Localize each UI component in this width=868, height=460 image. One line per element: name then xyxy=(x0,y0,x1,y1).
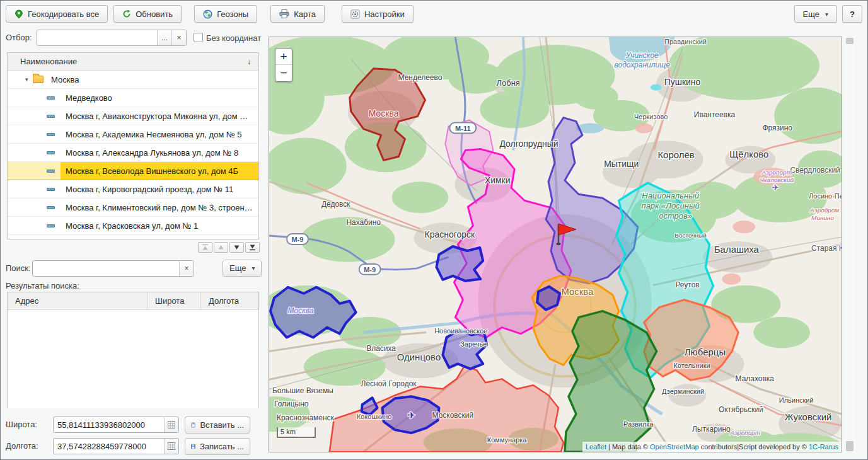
map-place-label: Октябрьский xyxy=(719,405,763,414)
map-print-button[interactable]: Карта xyxy=(270,5,325,23)
map-place-label: ✈ xyxy=(772,183,779,192)
geozone-blue-arkhangelskoye[interactable] xyxy=(436,246,483,281)
map[interactable]: М-11М-9М-9 ПравдинскийМенделеевоЛобняПуш… xyxy=(269,37,842,452)
results-body[interactable] xyxy=(8,310,258,408)
geocoding-window: { "toolbar":{ "geocode_all":"Геокодирова… xyxy=(0,0,868,460)
map-vertical-scrollbar[interactable] xyxy=(845,37,855,452)
chevron-down-icon: ▾ xyxy=(252,265,255,272)
address-item-icon xyxy=(47,224,55,227)
address-tree: Наименование ↓ ▾ Москва МедведковоМосква… xyxy=(7,52,259,239)
address-item-label: Москва г, Всеволода Вишневского ул, дом … xyxy=(66,166,243,176)
map-place-label: Лобня xyxy=(497,78,520,88)
address-item-label: Москва г, Кировоградский проезд, дом № 1… xyxy=(66,185,238,194)
filter-clear-button[interactable]: × xyxy=(171,30,186,45)
geozone-blue-center[interactable] xyxy=(537,287,560,310)
map-place-label: Учинское xyxy=(625,51,659,60)
map-place-label: Краснознаменск xyxy=(277,413,335,422)
geozone-south-green[interactable] xyxy=(565,311,657,452)
map-place-label: Новоивановское xyxy=(434,327,487,335)
calculator-icon xyxy=(168,442,175,450)
address-tree-row[interactable]: Москва г, Климентовский пер, дом № 3, ст… xyxy=(8,198,258,217)
address-tree-row[interactable]: Москва г, Авиаконструктора Микояна ул, д… xyxy=(8,107,258,125)
geocode-all-button[interactable]: Геокодировать все xyxy=(6,5,108,23)
map-place-label: Котельники xyxy=(673,362,710,369)
save-icon xyxy=(191,442,195,451)
map-place-label: Правдинский xyxy=(664,38,707,45)
map-place-label: Национальный xyxy=(642,191,699,200)
save-coordinates-button[interactable]: Записать ... xyxy=(185,438,250,455)
geozone-blue-zarechye[interactable] xyxy=(443,330,487,369)
map-place-label: Щёлково xyxy=(729,149,768,159)
address-item-label: Медведково xyxy=(66,93,117,103)
search-results-label: Результаты поиска: xyxy=(6,281,79,290)
address-tree-row[interactable]: Москва г, Кировоградский проезд, дом № 1… xyxy=(8,180,258,198)
longitude-label: Долгота: xyxy=(6,441,38,451)
tree-header-name-column[interactable]: Наименование ↓ xyxy=(8,53,258,71)
address-item-icon xyxy=(47,133,55,136)
map-place-label: Аэродром xyxy=(809,207,839,214)
search-clear-button[interactable]: × xyxy=(179,261,194,276)
map-place-label: парк «Лосиный xyxy=(642,201,700,210)
map-place-label: Дзержинский xyxy=(662,388,704,395)
zoom-in-button[interactable]: + xyxy=(275,49,292,65)
zoom-out-button[interactable]: − xyxy=(275,65,292,81)
results-column-1[interactable]: Адрес xyxy=(8,292,148,309)
map-place-label: Ивантеевка xyxy=(694,110,736,119)
address-item-label: Москва г, Александра Лукьянова ул, дом №… xyxy=(66,148,243,158)
map-scale-bar: 5 km xyxy=(277,427,316,438)
map-place-label: Фрязино xyxy=(762,124,792,132)
no-coordinates-label: Без координат xyxy=(206,33,261,43)
address-tree-row[interactable]: Москва г, Александра Лукьянова ул, дом №… xyxy=(8,144,258,162)
results-column-3[interactable]: Долгота xyxy=(201,292,258,309)
list-go-last-button[interactable] xyxy=(245,242,260,253)
help-button[interactable]: ? xyxy=(842,5,862,23)
scrollbar-thumb-top[interactable] xyxy=(846,38,854,44)
toolbar-more-button[interactable]: Еще ▾ xyxy=(794,5,837,23)
tree-folder-row[interactable]: ▾ Москва xyxy=(8,71,258,89)
latitude-calc-button[interactable] xyxy=(164,417,178,432)
address-item-label: Москва г, Авиаконструктора Микояна ул, д… xyxy=(66,112,253,121)
address-tree-row[interactable]: Медведково xyxy=(8,89,258,107)
paste-coordinates-label: Вставить ... xyxy=(200,420,244,430)
settings-button[interactable]: Настройки xyxy=(342,5,414,23)
expander-icon[interactable]: ▾ xyxy=(25,76,33,83)
map-place-label: Менделеево xyxy=(398,73,443,82)
geo-pin-icon xyxy=(14,9,23,19)
filter-choose-button[interactable]: ... xyxy=(157,30,171,45)
list-go-up-button[interactable] xyxy=(214,242,228,253)
map-attribution: Leaflet | Map data © OpenStreetMap contr… xyxy=(582,442,842,452)
latitude-input[interactable] xyxy=(54,417,164,432)
longitude-input[interactable] xyxy=(54,439,164,454)
refresh-icon xyxy=(122,9,131,18)
list-go-first-button[interactable] xyxy=(198,242,212,253)
map-place-label: Свердловский xyxy=(790,166,840,175)
address-tree-row[interactable]: Москва г, Академика Несмеянова ул, дом №… xyxy=(8,125,258,144)
refresh-button[interactable]: Обновить xyxy=(113,5,182,23)
osm-link[interactable]: OpenStreetMap xyxy=(650,443,699,451)
geozones-button[interactable]: Геозоны xyxy=(194,5,257,23)
address-item-icon xyxy=(47,188,55,191)
filter-input[interactable] xyxy=(37,30,157,45)
leaflet-link[interactable]: Leaflet xyxy=(586,443,606,451)
list-navigation xyxy=(198,242,260,253)
paste-coordinates-button[interactable]: Вставить ... xyxy=(185,417,250,434)
list-go-down-button[interactable] xyxy=(229,242,244,253)
globe-icon xyxy=(203,9,212,19)
address-tree-row[interactable]: Москва г, Всеволода Вишневского ул, дом … xyxy=(8,162,258,180)
results-column-2[interactable]: Широта xyxy=(148,292,201,309)
no-coordinates-checkbox[interactable] xyxy=(194,33,203,42)
map-place-label: Пушкино xyxy=(664,77,701,87)
search-input[interactable] xyxy=(33,261,179,276)
map-place-label: Москва xyxy=(369,108,399,118)
folder-icon xyxy=(33,76,43,83)
map-place-label: Лосино-Петровский xyxy=(809,192,842,200)
filter-input-group: ... × xyxy=(37,30,187,46)
map-place-label: Дедовск xyxy=(321,200,350,209)
scrollbar-thumb-bottom[interactable] xyxy=(846,441,854,451)
rarus-link[interactable]: 1C-Rarus xyxy=(809,443,838,451)
address-tree-row[interactable]: Москва г, Красковская ул, дом № 1 xyxy=(8,217,258,235)
search-more-button[interactable]: Еще ▾ xyxy=(223,260,262,277)
map-place-label: Реутов xyxy=(675,280,699,289)
address-item-label: Москва г, Красковская ул, дом № 1 xyxy=(66,221,203,231)
longitude-calc-button[interactable] xyxy=(164,439,178,454)
